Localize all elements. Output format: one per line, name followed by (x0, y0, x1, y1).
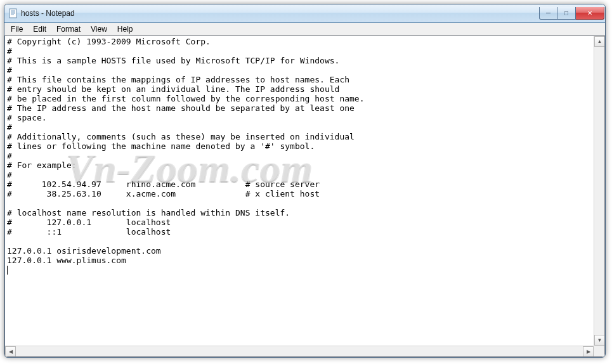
scroll-down-button[interactable]: ▼ (594, 335, 605, 346)
editor-area: # Copyright (c) 1993-2009 Microsoft Corp… (4, 36, 605, 357)
vertical-scrollbar[interactable]: ▲ ▼ (594, 36, 604, 346)
maximize-icon: □ (564, 10, 568, 16)
close-icon: ✕ (587, 10, 592, 16)
titlebar[interactable]: hosts - Notepad ─ □ ✕ (4, 4, 605, 23)
horizontal-scroll-track[interactable] (16, 346, 583, 356)
text-editor[interactable]: # Copyright (c) 1993-2009 Microsoft Corp… (5, 36, 594, 346)
menu-edit[interactable]: Edit (28, 24, 51, 34)
scroll-left-button[interactable]: ◀ (5, 346, 16, 357)
notepad-icon (8, 8, 18, 18)
chevron-up-icon: ▲ (597, 39, 602, 44)
menu-help[interactable]: Help (112, 24, 138, 34)
chevron-left-icon: ◀ (9, 349, 13, 354)
menubar: File Edit Format View Help (4, 23, 605, 36)
minimize-icon: ─ (546, 10, 550, 16)
vertical-scroll-track[interactable] (594, 47, 604, 335)
menu-format[interactable]: Format (51, 24, 86, 34)
editor-content: # Copyright (c) 1993-2009 Microsoft Corp… (7, 37, 365, 265)
menu-view[interactable]: View (86, 24, 112, 34)
chevron-down-icon: ▼ (597, 337, 602, 343)
window-controls: ─ □ ✕ (539, 7, 604, 20)
notepad-window: hosts - Notepad ─ □ ✕ File Edit Format V… (4, 4, 606, 358)
minimize-button[interactable]: ─ (539, 7, 557, 20)
chevron-right-icon: ▶ (587, 349, 590, 354)
scroll-right-button[interactable]: ▶ (583, 346, 594, 357)
window-title: hosts - Notepad (21, 9, 539, 18)
scrollbar-corner (594, 346, 604, 356)
maximize-button[interactable]: □ (557, 7, 576, 20)
horizontal-scrollbar[interactable]: ◀ ▶ (5, 346, 594, 356)
menu-file[interactable]: File (6, 24, 28, 34)
scroll-up-button[interactable]: ▲ (594, 36, 605, 47)
text-caret (7, 266, 8, 275)
close-button[interactable]: ✕ (576, 7, 604, 20)
